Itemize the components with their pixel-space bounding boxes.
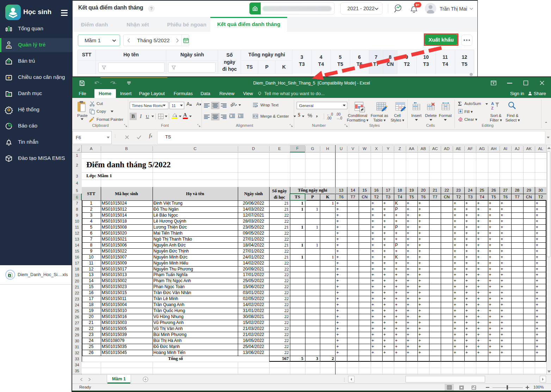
svg-text:Z: Z <box>491 106 494 110</box>
svg-text:A: A <box>491 101 494 106</box>
svg-text:ab: ab <box>230 102 236 107</box>
svg-text:X: X <box>8 274 10 277</box>
